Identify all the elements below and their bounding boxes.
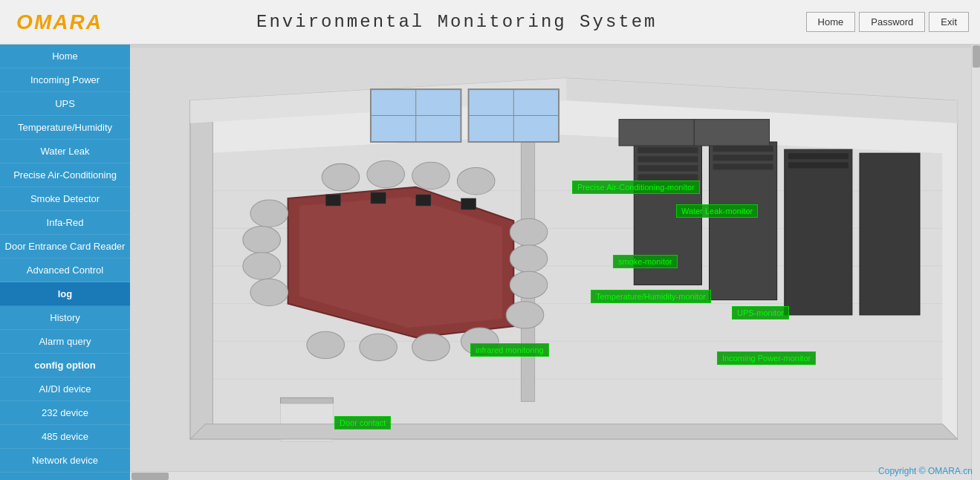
svg-point-49 (307, 331, 345, 358)
sidebar-item-device-config[interactable]: Device Config (0, 473, 130, 480)
infrared-label[interactable]: infrared monitoring (470, 343, 549, 357)
svg-marker-59 (190, 424, 958, 439)
sidebar-item-home[interactable]: Home (0, 45, 130, 68)
svg-point-42 (510, 245, 548, 272)
svg-point-48 (457, 167, 495, 194)
logo-text: OMARA (16, 10, 103, 34)
svg-rect-57 (280, 398, 333, 403)
sidebar-item-history[interactable]: History (0, 306, 130, 330)
sidebar-item-advanced-control[interactable]: Advanced Control (0, 259, 130, 282)
layout: HomeIncoming PowerUPSTemperature/Humidit… (0, 45, 980, 480)
sidebar-item-log[interactable]: log (0, 282, 130, 306)
exit-button[interactable]: Exit (929, 12, 969, 32)
svg-rect-27 (713, 155, 773, 160)
copyright-brand: OMARA.cn (928, 466, 973, 476)
door-label[interactable]: Door contact (334, 416, 391, 429)
svg-rect-24 (637, 175, 698, 181)
svg-point-47 (412, 162, 450, 189)
sidebar-item-config-option[interactable]: config option (0, 354, 130, 377)
svg-point-38 (243, 226, 281, 253)
svg-point-45 (322, 163, 360, 190)
sidebar-item-smoke-detector[interactable]: Smoke Detector (0, 187, 130, 211)
sidebar-item-precise-air-conditioning[interactable]: Precise Air-Conditioning (0, 163, 130, 187)
svg-point-39 (243, 253, 281, 279)
smoke-label[interactable]: smoke-monitor (613, 255, 678, 268)
room-view (130, 45, 980, 480)
svg-rect-30 (788, 153, 848, 159)
password-button[interactable]: Password (859, 12, 925, 32)
svg-rect-55 (416, 195, 431, 206)
svg-rect-26 (713, 146, 773, 152)
svg-rect-31 (788, 162, 848, 168)
sidebar-item-incoming-power[interactable]: Incoming Power (0, 68, 130, 92)
copyright: Copyright © OMARA.cn (878, 466, 973, 476)
home-button[interactable]: Home (806, 12, 856, 32)
svg-rect-21 (637, 147, 698, 153)
svg-point-41 (510, 218, 548, 245)
svg-rect-29 (785, 149, 852, 315)
svg-rect-53 (325, 195, 340, 206)
sidebar-item-ups[interactable]: UPS (0, 92, 130, 116)
svg-point-40 (250, 279, 288, 305)
sidebar-item-temperaturehumidity[interactable]: Temperature/Humidity (0, 116, 130, 140)
temp-humidity-label[interactable]: Temperature/Humidity-monitor (591, 290, 711, 303)
header-buttons: Home Password Exit (806, 12, 969, 32)
header: OMARA Environmental Monitoring System Ho… (0, 0, 980, 45)
svg-rect-32 (860, 153, 920, 315)
svg-point-43 (510, 271, 548, 298)
svg-point-51 (412, 334, 450, 360)
svg-point-37 (250, 200, 288, 227)
svg-point-50 (360, 334, 397, 360)
sidebar-item-485-device[interactable]: 485 device (0, 425, 130, 449)
svg-rect-54 (371, 192, 386, 204)
svg-rect-23 (637, 165, 698, 171)
ups-label[interactable]: UPS-monitor (732, 306, 789, 320)
svg-rect-34 (694, 120, 769, 146)
precise-ac-label[interactable]: Precise Air-Conditioning-monitor (572, 181, 700, 194)
sidebar-item-water-leak[interactable]: Water Leak (0, 140, 130, 163)
bottom-scrollbar-thumb[interactable] (132, 473, 169, 480)
sidebar-item-aidi-device[interactable]: AI/DI device (0, 377, 130, 401)
copyright-text: Copyright © (878, 466, 926, 476)
water-leak-label[interactable]: Water Leak-monitor (676, 204, 758, 218)
svg-rect-56 (461, 198, 476, 210)
sidebar: HomeIncoming PowerUPSTemperature/Humidit… (0, 45, 130, 480)
sidebar-item-infa-red[interactable]: Infa-Red (0, 211, 130, 235)
svg-point-46 (367, 160, 405, 187)
svg-point-44 (506, 302, 544, 328)
svg-rect-22 (637, 156, 698, 162)
svg-rect-28 (713, 163, 773, 169)
page-title: Environmental Monitoring System (108, 12, 806, 32)
horizontal-scrollbar[interactable] (130, 471, 971, 480)
incoming-power-label[interactable]: Incoming Power-monitor (717, 351, 816, 365)
sidebar-item-alarm-query[interactable]: Alarm query (0, 330, 130, 354)
main-content: Precise Air-Conditioning-monitor Water L… (130, 45, 980, 480)
svg-marker-9 (190, 100, 212, 439)
scrollbar-thumb[interactable] (973, 45, 980, 68)
vertical-scrollbar[interactable] (971, 45, 980, 480)
sidebar-item-network-device[interactable]: Network device (0, 449, 130, 473)
sidebar-item-door-entrance-card-reader[interactable]: Door Entrance Card Reader (0, 235, 130, 259)
svg-rect-33 (619, 120, 694, 146)
logo: OMARA (11, 5, 108, 39)
sidebar-item-232-device[interactable]: 232 device (0, 401, 130, 425)
